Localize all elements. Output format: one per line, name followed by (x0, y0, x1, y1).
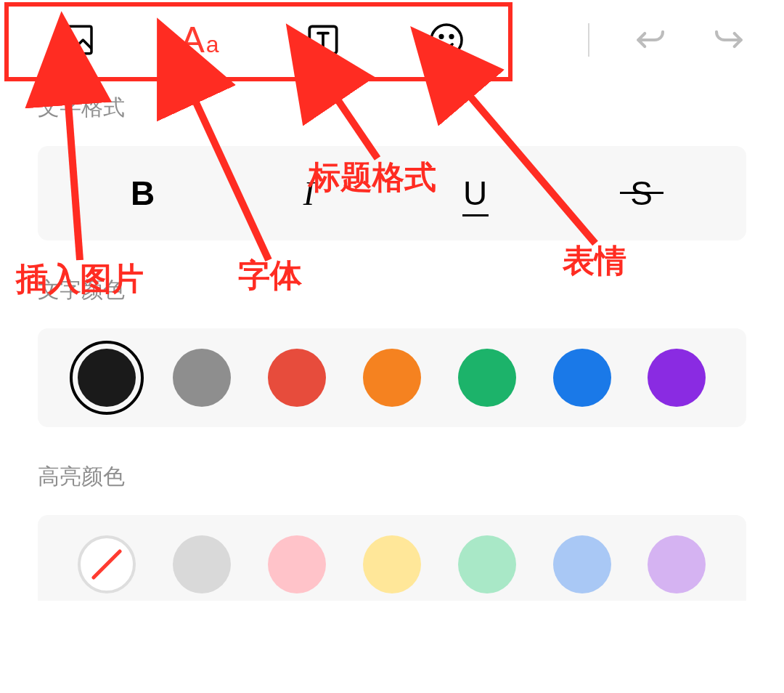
font-icon-small: a (206, 31, 219, 58)
text-color-gray[interactable] (173, 349, 231, 407)
highlight-color-light-purple[interactable] (648, 535, 706, 593)
svg-point-5 (450, 35, 453, 38)
insert-image-button[interactable] (15, 0, 138, 80)
highlight-color-light-green[interactable] (458, 535, 516, 593)
font-icon-big: A (180, 19, 204, 61)
text-color-section-title: 文字颜色 (0, 262, 784, 314)
undo-icon (630, 20, 669, 60)
highlight-color-light-yellow[interactable] (363, 535, 421, 593)
undo-button[interactable] (610, 0, 690, 80)
italic-button[interactable]: I (287, 171, 331, 215)
underline-button[interactable]: U (454, 171, 497, 215)
toolbar-divider (588, 23, 589, 57)
svg-rect-0 (61, 26, 91, 53)
title-format-button[interactable] (261, 0, 385, 80)
svg-point-4 (440, 35, 443, 38)
bold-button[interactable]: B (121, 171, 165, 215)
emoji-button[interactable] (385, 0, 508, 80)
redo-button[interactable] (690, 0, 769, 80)
text-color-green[interactable] (458, 349, 516, 407)
emoji-icon (426, 20, 467, 60)
text-color-red[interactable] (268, 349, 326, 407)
highlight-color-none[interactable] (78, 535, 136, 593)
text-color-blue[interactable] (553, 349, 611, 407)
highlight-color-section-title: 高亮颜色 (0, 449, 784, 500)
text-color-orange[interactable] (363, 349, 421, 407)
highlight-color-panel (38, 515, 746, 601)
svg-point-3 (431, 25, 462, 55)
text-color-panel (38, 328, 746, 427)
text-color-purple[interactable] (648, 349, 706, 407)
highlight-color-light-blue[interactable] (553, 535, 611, 593)
editor-toolbar: A a (0, 0, 784, 80)
redo-icon (710, 20, 749, 60)
text-style-panel: B I U S (38, 146, 746, 240)
strikethrough-button[interactable]: S (620, 171, 663, 215)
text-color-black[interactable] (78, 349, 136, 407)
font-style-button[interactable]: A a (138, 0, 261, 80)
image-icon (56, 20, 97, 60)
highlight-color-light-gray[interactable] (173, 535, 231, 593)
text-format-section-title: 文字格式 (0, 80, 784, 131)
highlight-color-light-pink[interactable] (268, 535, 326, 593)
title-icon (303, 20, 343, 60)
